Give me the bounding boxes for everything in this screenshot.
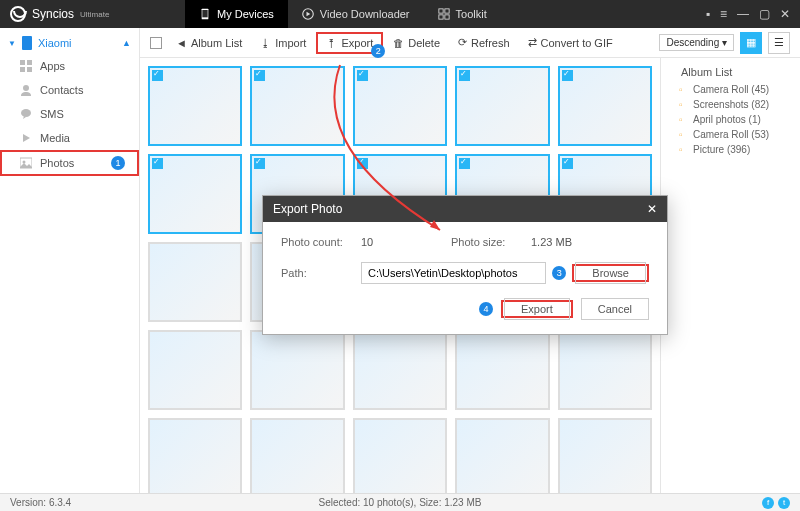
collapse-icon[interactable]: ▲ <box>122 38 131 48</box>
phone-icon <box>199 8 211 20</box>
album-item[interactable]: Screenshots (82) <box>667 97 794 112</box>
social-links: f t <box>762 497 790 509</box>
photo-count-label: Photo count: <box>281 236 361 248</box>
select-all-checkbox[interactable] <box>150 37 162 49</box>
photo-thumb[interactable] <box>148 242 242 322</box>
toolbar-right: Descending ▾ ▦ ☰ <box>659 32 790 54</box>
delete-button[interactable]: 🗑 Delete <box>385 34 448 52</box>
step-badge-1: 1 <box>111 156 125 170</box>
path-input[interactable] <box>361 262 546 284</box>
album-item[interactable]: April photos (1) <box>667 112 794 127</box>
media-icon <box>20 132 32 144</box>
dialog-close-icon[interactable]: ✕ <box>647 202 657 216</box>
photo-thumb[interactable] <box>353 418 447 493</box>
sidebar-item-contacts[interactable]: Contacts <box>0 78 139 102</box>
sidebar-photos-label: Photos <box>40 157 74 169</box>
album-list-label: Album List <box>191 37 242 49</box>
view-grid-button[interactable]: ▦ <box>740 32 762 54</box>
import-button[interactable]: ⭳ Import <box>252 34 314 52</box>
back-arrow-icon: ◄ <box>176 37 187 49</box>
step-badge-3: 3 <box>552 266 566 280</box>
refresh-button[interactable]: ⟳ Refresh <box>450 33 518 52</box>
check-icon <box>459 158 470 169</box>
photo-thumb[interactable] <box>353 330 447 410</box>
phone-icon <box>22 36 32 50</box>
svg-rect-1 <box>202 10 207 17</box>
version-label: Version: 6.3.4 <box>10 497 71 508</box>
sms-icon <box>20 108 32 120</box>
svg-point-13 <box>21 109 31 117</box>
album-item[interactable]: Camera Roll (53) <box>667 127 794 142</box>
tab-my-devices-label: My Devices <box>217 8 274 20</box>
photo-thumb[interactable] <box>148 418 242 493</box>
sidebar-item-sms[interactable]: SMS <box>0 102 139 126</box>
path-label: Path: <box>281 267 361 279</box>
photo-thumb[interactable] <box>455 418 549 493</box>
minimize-icon[interactable]: — <box>737 7 749 21</box>
tab-my-devices[interactable]: My Devices <box>185 0 288 28</box>
photo-size-value: 1.23 MB <box>531 236 621 248</box>
app-name: Syncios <box>32 7 74 21</box>
view-detail-button[interactable]: ☰ <box>768 32 790 54</box>
maximize-icon[interactable]: ▢ <box>759 7 770 21</box>
album-item[interactable]: Camera Roll (45) <box>667 82 794 97</box>
photo-thumb[interactable] <box>558 66 652 146</box>
export-photo-dialog: Export Photo ✕ Photo count: 10 Photo siz… <box>262 195 668 335</box>
sidebar-apps-label: Apps <box>40 60 65 72</box>
selection-status: Selected: 10 photo(s), Size: 1.23 MB <box>319 497 482 508</box>
twitter-icon[interactable]: t <box>778 497 790 509</box>
close-window-icon[interactable]: ✕ <box>780 7 790 21</box>
cancel-button[interactable]: Cancel <box>581 298 649 320</box>
tab-video-downloader[interactable]: Video Downloader <box>288 0 424 28</box>
convert-gif-button[interactable]: ⇄ Convert to GIF <box>520 33 621 52</box>
svg-rect-8 <box>20 60 25 65</box>
app-header: Syncios Ultimate My Devices Video Downlo… <box>0 0 800 28</box>
sidebar-item-photos[interactable]: Photos 1 <box>0 150 139 176</box>
facebook-icon[interactable]: f <box>762 497 774 509</box>
svg-point-12 <box>23 85 29 91</box>
album-list-button[interactable]: ◄ Album List <box>168 34 250 52</box>
apps-icon <box>20 60 32 72</box>
sidebar-item-media[interactable]: Media <box>0 126 139 150</box>
check-icon <box>152 70 163 81</box>
photo-thumb[interactable] <box>250 66 344 146</box>
sort-dropdown[interactable]: Descending ▾ <box>659 34 734 51</box>
svg-rect-4 <box>444 9 448 13</box>
logo-area: Syncios Ultimate <box>0 6 185 22</box>
export-confirm-button[interactable]: Export <box>504 298 570 320</box>
tab-toolkit[interactable]: Toolkit <box>424 0 501 28</box>
device-row[interactable]: ▼ Xiaomi ▲ <box>0 32 139 54</box>
sort-label: Descending <box>666 37 719 48</box>
feedback-icon[interactable]: ▪ <box>706 7 710 21</box>
photo-thumb[interactable] <box>558 330 652 410</box>
check-icon <box>254 70 265 81</box>
photo-thumb[interactable] <box>250 330 344 410</box>
photo-thumb[interactable] <box>455 66 549 146</box>
svg-rect-9 <box>27 60 32 65</box>
menu-icon[interactable]: ≡ <box>720 7 727 21</box>
check-icon <box>357 158 368 169</box>
import-icon: ⭳ <box>260 37 271 49</box>
check-icon <box>357 70 368 81</box>
photo-thumb[interactable] <box>148 154 242 234</box>
syncios-logo-icon <box>10 6 26 22</box>
photo-thumb[interactable] <box>353 66 447 146</box>
browse-button[interactable]: Browse <box>575 262 646 284</box>
photo-thumb[interactable] <box>558 418 652 493</box>
export-label: Export <box>341 37 373 49</box>
step-badge-2: 2 <box>371 44 385 58</box>
check-icon <box>562 70 573 81</box>
device-name: Xiaomi <box>38 37 72 49</box>
export-button[interactable]: ⭱ Export 2 <box>316 32 383 54</box>
svg-rect-10 <box>20 67 25 72</box>
album-item[interactable]: Picture (396) <box>667 142 794 157</box>
photo-thumb[interactable] <box>148 66 242 146</box>
photo-thumb[interactable] <box>250 418 344 493</box>
photo-thumb[interactable] <box>148 330 242 410</box>
refresh-label: Refresh <box>471 37 510 49</box>
chevron-down-icon: ▼ <box>8 39 16 48</box>
photo-thumb[interactable] <box>455 330 549 410</box>
sidebar-item-apps[interactable]: Apps <box>0 54 139 78</box>
check-icon <box>562 158 573 169</box>
dialog-header: Export Photo ✕ <box>263 196 667 222</box>
